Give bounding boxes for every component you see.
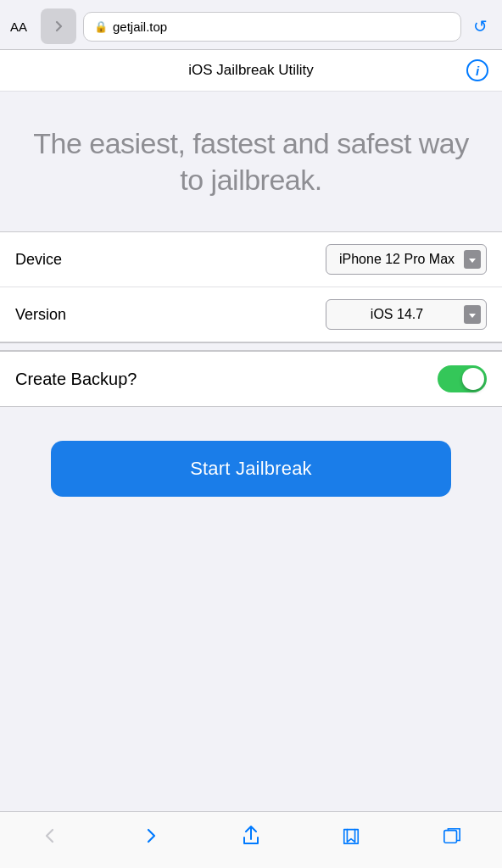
- form-section: Device iPhone 12 Pro Max Version iOS 14.…: [0, 231, 502, 342]
- tabs-button[interactable]: [431, 821, 473, 851]
- version-label: Version: [15, 306, 66, 324]
- device-select[interactable]: iPhone 12 Pro Max: [326, 244, 487, 275]
- page-title: iOS Jailbreak Utility: [188, 62, 313, 79]
- version-select-value: iOS 14.7: [337, 307, 457, 322]
- hero-text: The easiest, fastest and safest way to j…: [25, 125, 477, 198]
- bookmarks-button[interactable]: [330, 821, 372, 851]
- url-bar[interactable]: 🔒 getjail.top: [83, 12, 461, 42]
- device-row: Device iPhone 12 Pro Max: [0, 232, 502, 287]
- forward-nav-button[interactable]: [41, 8, 76, 44]
- toggle-section: Create Backup?: [0, 351, 502, 407]
- aa-button[interactable]: AA: [10, 19, 34, 34]
- toggle-knob: [462, 368, 484, 390]
- bottom-spacer: [0, 531, 502, 632]
- version-select-arrow: [464, 305, 481, 324]
- backup-label: Create Backup?: [15, 370, 137, 389]
- info-button[interactable]: i: [466, 59, 488, 81]
- reload-button[interactable]: ↺: [468, 14, 492, 38]
- device-select-value: iPhone 12 Pro Max: [337, 252, 457, 267]
- share-button[interactable]: [230, 821, 272, 851]
- cta-section: Start Jailbreak: [0, 407, 502, 531]
- back-button[interactable]: [29, 821, 71, 851]
- version-row: Version iOS 14.7: [0, 287, 502, 342]
- lock-icon: 🔒: [94, 20, 108, 33]
- device-label: Device: [15, 251, 62, 269]
- device-select-arrow: [464, 250, 481, 269]
- backup-row: Create Backup?: [0, 352, 502, 406]
- svg-rect-0: [444, 831, 457, 843]
- start-jailbreak-button[interactable]: Start Jailbreak: [51, 441, 451, 497]
- browser-bar: AA 🔒 getjail.top ↺: [0, 0, 502, 50]
- forward-button[interactable]: [130, 821, 172, 851]
- section-divider: [0, 342, 502, 351]
- version-select[interactable]: iOS 14.7: [326, 299, 487, 330]
- url-text: getjail.top: [113, 19, 167, 34]
- bottom-toolbar: [0, 811, 502, 868]
- backup-toggle[interactable]: [438, 365, 487, 392]
- page-header: iOS Jailbreak Utility i: [0, 50, 502, 92]
- hero-section: The easiest, fastest and safest way to j…: [0, 92, 502, 231]
